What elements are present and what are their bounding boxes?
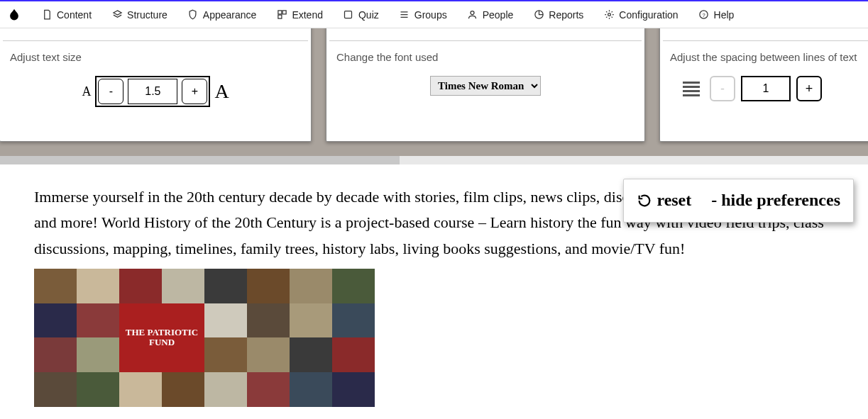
admin-toolbar: Content Structure Appearance Extend Quiz… <box>0 0 868 28</box>
svg-rect-0 <box>278 11 282 14</box>
text-size-decrease-button[interactable]: - <box>98 79 123 104</box>
svg-point-4 <box>471 11 474 15</box>
reset-label: reset <box>657 186 691 215</box>
font-select[interactable]: Times New Roman <box>430 76 541 96</box>
svg-rect-2 <box>278 15 282 18</box>
font-label: Change the font used <box>336 51 634 63</box>
nav-label: People <box>483 9 514 21</box>
nav-people[interactable]: People <box>467 9 514 21</box>
svg-text:?: ? <box>703 12 705 18</box>
nav-label: Configuration <box>619 9 678 21</box>
gear-icon <box>603 9 615 21</box>
nav-groups[interactable]: Groups <box>399 9 447 21</box>
shield-icon <box>187 9 199 21</box>
text-size-increase-button[interactable]: + <box>182 79 207 104</box>
preferences-float-panel: reset - hide preferences <box>623 179 854 223</box>
chart-icon <box>533 9 544 21</box>
scrollbar-thumb[interactable] <box>0 156 400 164</box>
letter-a-large-icon: A <box>214 80 229 103</box>
line-spacing-input[interactable] <box>741 76 791 101</box>
line-spacing-icon <box>683 82 700 96</box>
line-spacing-decrease-button[interactable]: - <box>710 76 735 101</box>
line-spacing-stepper: - + <box>670 76 868 101</box>
text-size-label: Adjust text size <box>10 51 301 63</box>
reset-icon <box>637 193 652 208</box>
list-icon <box>399 9 410 21</box>
text-size-card: Adjust text size A - + A <box>0 28 312 142</box>
preferences-panel: Adjust text size A - + A Change the font… <box>0 28 868 156</box>
nav-label: Help <box>714 9 735 21</box>
horizontal-scrollbar[interactable] <box>0 156 868 164</box>
person-icon <box>467 9 478 21</box>
layers-icon <box>111 9 123 21</box>
line-spacing-label: Adjust the spacing between lines of text <box>670 51 868 63</box>
svg-point-6 <box>608 13 610 16</box>
nav-label: Extend <box>292 9 323 21</box>
nav-configuration[interactable]: Configuration <box>603 9 678 21</box>
hide-preferences-label: - hide preferences <box>711 186 840 215</box>
line-spacing-increase-button[interactable]: + <box>796 76 822 101</box>
patriotic-fund-badge: THE PATRIOTIC FUND <box>119 303 204 373</box>
file-icon <box>41 9 53 21</box>
nav-quiz[interactable]: Quiz <box>343 9 379 21</box>
nav-appearance[interactable]: Appearance <box>187 9 257 21</box>
nav-label: Appearance <box>203 9 257 21</box>
nav-help[interactable]: ? Help <box>698 9 735 21</box>
square-icon <box>343 9 354 21</box>
nav-extend[interactable]: Extend <box>276 9 323 21</box>
page-content: reset - hide preferences Immerse yoursel… <box>0 164 868 407</box>
nav-label: Quiz <box>358 9 379 21</box>
font-card: Change the font used Times New Roman <box>326 28 645 142</box>
svg-rect-1 <box>282 11 286 14</box>
line-spacing-card: Adjust the spacing between lines of text… <box>659 28 868 142</box>
history-collage-image: THE PATRIOTIC FUND <box>34 269 375 407</box>
nav-content[interactable]: Content <box>41 9 92 21</box>
nav-label: Content <box>57 9 92 21</box>
nav-structure[interactable]: Structure <box>111 9 167 21</box>
nav-label: Structure <box>127 9 167 21</box>
reset-button[interactable]: reset <box>637 186 691 215</box>
text-size-input[interactable] <box>128 79 177 104</box>
puzzle-icon <box>276 9 287 21</box>
svg-rect-3 <box>345 11 352 18</box>
nav-label: Reports <box>549 9 583 21</box>
help-icon: ? <box>698 9 710 21</box>
nav-reports[interactable]: Reports <box>533 9 583 21</box>
hide-preferences-button[interactable]: - hide preferences <box>711 186 840 215</box>
text-size-stepper: A - + A <box>10 76 301 107</box>
letter-a-small-icon: A <box>82 84 91 99</box>
nav-label: Groups <box>414 9 447 21</box>
drupal-logo-icon[interactable] <box>7 8 21 22</box>
